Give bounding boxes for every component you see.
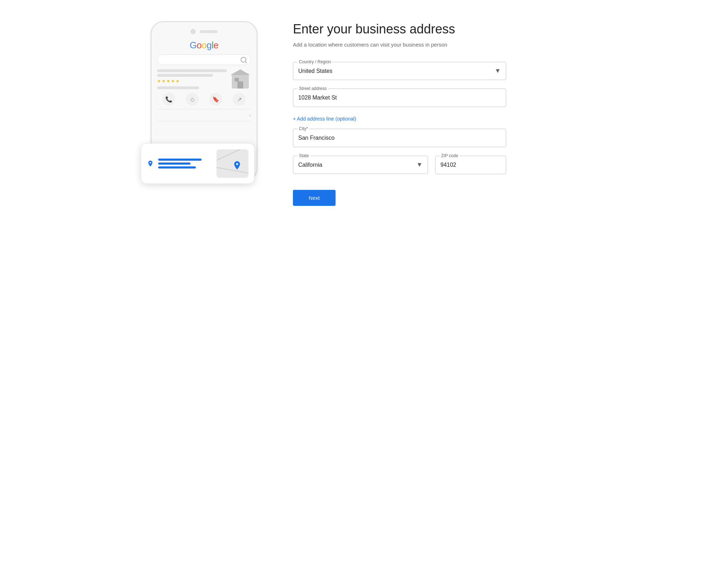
country-field-wrapper[interactable]: Country / Region United States Canada Un…	[293, 62, 506, 80]
map-pin-icon	[232, 160, 242, 172]
business-card-lines	[158, 159, 212, 169]
phone-divider-2	[157, 121, 251, 121]
next-button[interactable]: Next	[293, 190, 336, 206]
phone-shell: Google ★ ★	[151, 21, 257, 181]
city-field-group: City*	[293, 129, 506, 147]
phone-content-lines: ★ ★ ★ ★ ★	[157, 69, 251, 89]
business-card-location-icon	[147, 160, 154, 167]
city-label: City*	[298, 126, 309, 131]
phone-speaker	[200, 30, 218, 33]
add-address-link[interactable]: + Add address line (optional)	[293, 116, 356, 122]
country-field-group: Country / Region United States Canada Un…	[293, 62, 506, 80]
form-section: Enter your business address Add a locati…	[293, 14, 506, 206]
zip-input[interactable]	[435, 156, 506, 174]
city-input[interactable]	[293, 129, 506, 147]
page-title: Enter your business address	[293, 21, 506, 37]
phone-actions-row: 📞 ◇ 🔖 ↗	[157, 93, 251, 106]
phone-call-action: 📞	[162, 93, 175, 106]
zip-field-group: ZIP code	[435, 156, 506, 174]
phone-share-action: ↗	[233, 93, 246, 106]
phone-directions-action: ◇	[186, 93, 199, 106]
country-label: Country / Region	[298, 59, 332, 64]
street-address-label: Street address	[298, 86, 328, 91]
zip-label: ZIP code	[440, 153, 460, 158]
google-logo: Google	[157, 40, 251, 51]
page-subtitle: Add a location where customers can visit…	[293, 41, 506, 49]
state-zip-row: State Alabama Alaska Arizona Arkansas Ca…	[293, 156, 506, 183]
phone-search-bar	[157, 54, 251, 65]
city-field-wrapper[interactable]: City*	[293, 129, 506, 147]
phone-store-icon	[230, 69, 251, 89]
business-card-map	[216, 149, 248, 178]
zip-field-wrapper[interactable]: ZIP code	[435, 156, 506, 174]
state-field-wrapper[interactable]: State Alabama Alaska Arizona Arkansas Ca…	[293, 156, 428, 174]
phone-save-action: 🔖	[209, 93, 222, 106]
phone-mockup: Google ★ ★	[151, 21, 264, 181]
phone-camera	[191, 29, 196, 34]
phone-chevron-row: ›	[157, 112, 251, 118]
page-container: Google ★ ★	[151, 14, 577, 206]
country-select[interactable]: United States Canada United Kingdom Aust…	[293, 62, 506, 80]
phone-divider	[157, 109, 251, 110]
state-label: State	[298, 153, 310, 158]
state-field-group: State Alabama Alaska Arizona Arkansas Ca…	[293, 156, 428, 174]
business-card-popup	[141, 143, 255, 184]
state-select[interactable]: Alabama Alaska Arizona Arkansas Californ…	[293, 156, 428, 174]
phone-stars: ★ ★ ★ ★ ★	[157, 79, 180, 84]
phone-stars-row: ★ ★ ★ ★ ★	[157, 79, 227, 84]
street-address-field-wrapper[interactable]: Street address	[293, 89, 506, 107]
phone-top-bar	[157, 29, 251, 34]
phone-search-icon	[241, 57, 246, 63]
street-address-input[interactable]	[293, 89, 506, 107]
street-address-field-group: Street address	[293, 89, 506, 107]
